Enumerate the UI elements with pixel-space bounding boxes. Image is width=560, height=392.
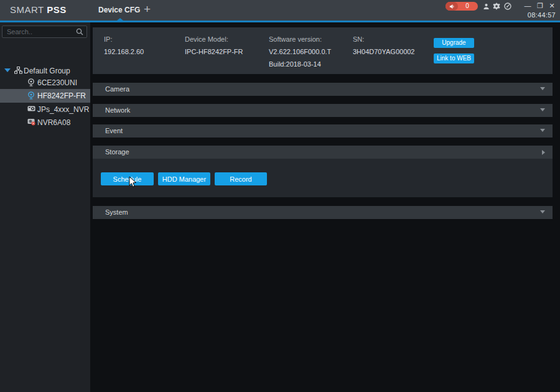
group-icon bbox=[14, 67, 22, 74]
section-storage[interactable]: Storage bbox=[93, 146, 553, 159]
section-system[interactable]: System bbox=[93, 206, 553, 219]
chevron-down-icon bbox=[540, 108, 545, 111]
clock: 08:44:57 bbox=[528, 11, 556, 19]
software-version-value: V2.622.106F000.0.T bbox=[269, 48, 331, 55]
search-input[interactable] bbox=[7, 27, 72, 37]
hdd-manager-button[interactable]: HDD Manager bbox=[158, 172, 210, 185]
device-label: NVR6A08 bbox=[37, 118, 70, 127]
ip-value: 192.168.2.60 bbox=[104, 48, 144, 55]
device-label: HF8242FP-FR bbox=[37, 91, 86, 100]
close-button[interactable]: ✕ bbox=[547, 1, 557, 10]
tab-device-cfg[interactable]: Device CFG bbox=[98, 6, 140, 14]
build-date-value: Build:2018-03-14 bbox=[269, 60, 321, 68]
section-label: System bbox=[105, 208, 128, 216]
software-version-label: Software version: bbox=[269, 35, 322, 43]
ip-label: IP: bbox=[104, 35, 112, 43]
model-value: IPC-HF8242FP-FR bbox=[185, 48, 243, 55]
storage-section-body: Schedule HDD Manager Record bbox=[93, 159, 553, 197]
app-logo: SMART PSS bbox=[10, 4, 67, 15]
nvr-alert-icon bbox=[27, 118, 35, 126]
record-button[interactable]: Record bbox=[215, 172, 267, 185]
section-camera[interactable]: Camera bbox=[93, 83, 553, 96]
tab-accent-notch bbox=[117, 18, 123, 21]
ipc-camera-icon bbox=[27, 91, 35, 100]
app-logo-bold: PSS bbox=[47, 4, 67, 15]
tree-device-nvr6a08[interactable]: NVR6A08 bbox=[0, 116, 90, 129]
net-monitor-icon[interactable] bbox=[503, 2, 512, 11]
speaker-icon bbox=[446, 2, 458, 11]
section-label: Network bbox=[105, 106, 130, 114]
upgrade-button[interactable]: Upgrade bbox=[434, 38, 474, 48]
sn-label: SN: bbox=[353, 35, 364, 43]
chevron-down-icon bbox=[540, 129, 545, 132]
section-label: Camera bbox=[105, 85, 129, 93]
section-label: Event bbox=[105, 127, 123, 134]
device-label: JPs_4xxx_NVR bbox=[37, 105, 89, 114]
tree-device-6ce230uni[interactable]: 6CE230UNI bbox=[0, 76, 90, 90]
device-label: 6CE230UNI bbox=[37, 78, 77, 87]
alarm-badge[interactable]: 0 bbox=[446, 2, 478, 11]
search-icon[interactable] bbox=[76, 28, 83, 35]
smart-pss-window: SMART PSS Device CFG + 0 — ❐ ✕ 08:44:57 bbox=[0, 0, 560, 392]
schedule-button[interactable]: Schedule bbox=[101, 172, 154, 185]
maximize-button[interactable]: ❐ bbox=[535, 1, 545, 10]
chevron-down-icon[interactable] bbox=[4, 68, 11, 72]
section-event[interactable]: Event bbox=[93, 124, 553, 138]
ipc-camera-icon bbox=[27, 78, 35, 86]
link-to-web-button[interactable]: Link to WEB bbox=[434, 54, 474, 63]
chevron-down-icon bbox=[540, 210, 545, 213]
sn-value: 3H04D70YAG00002 bbox=[353, 48, 414, 55]
new-tab-button[interactable]: + bbox=[144, 2, 151, 16]
device-info-panel: IP: 192.168.2.60 Device Model: IPC-HF824… bbox=[93, 27, 553, 74]
tree-group-label: Default Group bbox=[24, 67, 70, 75]
minimize-button[interactable]: — bbox=[523, 1, 533, 10]
tree-group-default-group[interactable]: Default Group bbox=[0, 65, 90, 77]
user-icon[interactable] bbox=[482, 2, 490, 11]
chevron-down-icon bbox=[540, 87, 545, 90]
model-label: Device Model: bbox=[185, 35, 228, 43]
tree-device-jps-4xxx-nvr[interactable]: JPs_4xxx_NVR bbox=[0, 103, 90, 116]
section-network[interactable]: Network bbox=[93, 104, 553, 117]
device-cfg-main: IP: 192.168.2.60 Device Model: IPC-HF824… bbox=[90, 22, 560, 392]
section-label: Storage bbox=[105, 148, 129, 156]
app-logo-light: SMART bbox=[10, 4, 47, 15]
titlebar: SMART PSS Device CFG + 0 — ❐ ✕ 08:44:57 bbox=[0, 0, 560, 21]
gear-icon[interactable] bbox=[492, 2, 501, 11]
nvr-box-icon bbox=[27, 105, 35, 112]
chevron-right-icon bbox=[542, 150, 545, 155]
tree-device-hf8242fp-fr-selected[interactable]: HF8242FP-FR bbox=[0, 89, 90, 103]
search-box[interactable] bbox=[2, 26, 87, 38]
alarm-count: 0 bbox=[460, 2, 474, 9]
device-tree-sidebar: Default Group 6CE230UNI HF8242FP-FR JPs_… bbox=[0, 22, 90, 392]
